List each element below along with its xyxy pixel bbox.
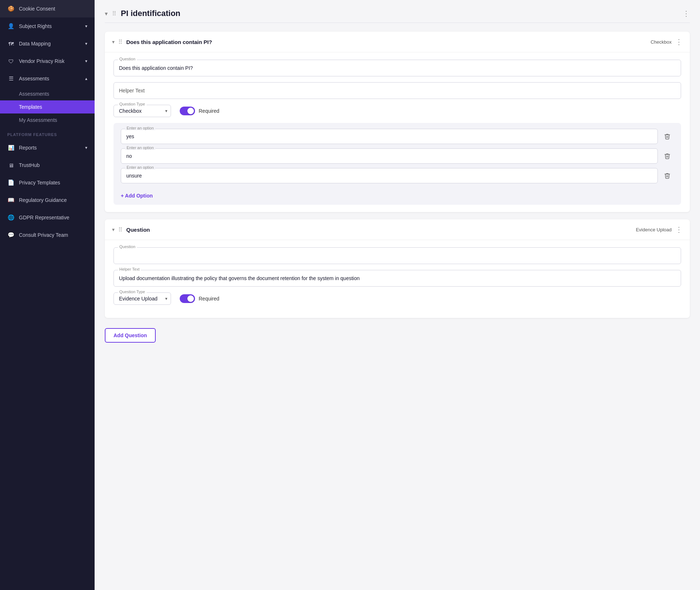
- q2-required-toggle[interactable]: [180, 294, 195, 303]
- sidebar-item-cookie-consent[interactable]: Cookie Consent: [0, 0, 95, 17]
- q2-type-select[interactable]: Evidence Upload Checkbox Text Multiple C…: [114, 292, 171, 305]
- sidebar-label-trusthub: TrustHub: [19, 162, 87, 168]
- page-header: PI identification: [105, 9, 690, 23]
- q1-type-row: Question Type Checkbox Text Multiple Cho…: [114, 105, 681, 117]
- page-more-options-button[interactable]: [683, 9, 690, 18]
- q1-type-badge: Checkbox: [651, 39, 672, 45]
- collapse-icon[interactable]: [105, 10, 108, 17]
- q2-more-options-button[interactable]: [675, 225, 683, 234]
- q2-question-label: Question: [118, 244, 137, 249]
- q2-helper-text-input[interactable]: [114, 270, 681, 287]
- sidebar-sub-label-templates: Templates: [19, 104, 42, 110]
- chevron-up-icon: [85, 76, 87, 81]
- chevron-down-icon-2: [85, 41, 87, 46]
- drag-handle-icon: [112, 10, 116, 17]
- option-row-1: Enter an option: [121, 129, 674, 144]
- q2-helper-text-label: Helper Text: [118, 267, 141, 271]
- sidebar-label-consult: Consult Privacy Team: [19, 232, 87, 238]
- cookie-icon: [7, 5, 15, 12]
- question-card-1-body: Question Question Type Checkbox Text Mul…: [105, 52, 690, 212]
- platform-features-label: PLATFORM FEATURES: [0, 127, 95, 139]
- bar-chart-icon: [7, 144, 15, 151]
- q1-type-select-wrapper: Question Type Checkbox Text Multiple Cho…: [114, 105, 171, 117]
- option-row-3: Enter an option: [121, 168, 674, 183]
- q1-type-select[interactable]: Checkbox Text Multiple Choice Evidence U…: [114, 105, 171, 117]
- sidebar-item-reports[interactable]: Reports: [0, 139, 95, 156]
- q2-helper-text-wrapper: Helper Text: [114, 270, 681, 287]
- sidebar-label-subject-rights: Subject Rights: [19, 23, 81, 29]
- q1-required-row: Required: [180, 107, 219, 115]
- q2-type-label: Question Type: [118, 290, 147, 294]
- option-2-delete-button[interactable]: [661, 150, 674, 163]
- q1-helper-text-input[interactable]: [114, 82, 681, 99]
- question-card-2-body: Question Helper Text Question Type Evide…: [105, 240, 690, 318]
- q2-required-row: Required: [180, 294, 219, 303]
- chat-icon: [7, 231, 15, 239]
- page-title: PI identification: [121, 9, 678, 18]
- q2-question-input[interactable]: [114, 247, 681, 264]
- chevron-down-icon-3: [85, 59, 87, 64]
- sidebar-item-data-mapping[interactable]: Data Mapping: [0, 35, 95, 52]
- option-3-label: Enter an option: [125, 165, 155, 170]
- add-question-button[interactable]: Add Question: [105, 328, 156, 343]
- q1-options-area: Enter an option Enter an option: [114, 123, 681, 205]
- main-content: PI identification Does this application …: [95, 0, 700, 590]
- sidebar-item-consult[interactable]: Consult Privacy Team: [0, 226, 95, 244]
- map-icon: [7, 40, 15, 47]
- globe-icon: [7, 214, 15, 221]
- q2-title: Question: [126, 227, 632, 233]
- sidebar-item-gdpr[interactable]: GDPR Representative: [0, 209, 95, 226]
- option-3-delete-button[interactable]: [661, 169, 674, 182]
- guide-icon: [7, 196, 15, 204]
- q1-more-options-button[interactable]: [675, 37, 683, 46]
- sidebar-label-gdpr: GDPR Representative: [19, 215, 87, 220]
- sidebar-item-privacy-templates[interactable]: Privacy Templates: [0, 174, 95, 191]
- q1-title: Does this application contain PI?: [126, 39, 647, 45]
- q1-collapse-icon[interactable]: [112, 39, 115, 45]
- q2-required-label: Required: [199, 296, 219, 302]
- sidebar-label-privacy-templates: Privacy Templates: [19, 180, 87, 186]
- sidebar-item-regulatory[interactable]: Regulatory Guidance: [0, 191, 95, 209]
- list-icon: [7, 75, 15, 82]
- q1-question-label: Question: [118, 57, 137, 61]
- sidebar-sub-my-assessments[interactable]: My Assessments: [0, 113, 95, 127]
- monitor-icon: [7, 162, 15, 169]
- add-option-button[interactable]: + Add Option: [121, 193, 153, 199]
- sidebar-sub-label-my-assessments: My Assessments: [19, 117, 57, 123]
- q2-collapse-icon[interactable]: [112, 227, 115, 232]
- sidebar-label-cookie-consent: Cookie Consent: [19, 6, 87, 12]
- sidebar-sub-templates[interactable]: Templates: [0, 100, 95, 113]
- q2-toggle-thumb: [187, 295, 194, 302]
- q1-question-input[interactable]: [114, 60, 681, 76]
- question-card-1-header: Does this application contain PI? Checkb…: [105, 32, 690, 52]
- sidebar-sub-label-assessments: Assessments: [19, 91, 49, 97]
- sidebar-label-assessments: Assessments: [19, 76, 81, 81]
- question-card-1: Does this application contain PI? Checkb…: [105, 32, 690, 212]
- q2-question-wrapper: Question: [114, 247, 681, 264]
- sidebar-sub-assessments[interactable]: Assessments: [0, 87, 95, 100]
- sidebar-item-subject-rights[interactable]: Subject Rights: [0, 17, 95, 35]
- q1-drag-handle-icon: [118, 39, 123, 45]
- option-2-input[interactable]: [121, 148, 658, 164]
- q1-type-label: Question Type: [118, 102, 147, 106]
- sidebar-label-vendor-privacy: Vendor Privacy Risk: [19, 58, 81, 64]
- sidebar: Cookie Consent Subject Rights Data Mappi…: [0, 0, 95, 590]
- person-icon: [7, 23, 15, 30]
- option-1-delete-button[interactable]: [661, 130, 674, 143]
- q2-type-select-wrapper: Question Type Evidence Upload Checkbox T…: [114, 292, 171, 305]
- chevron-down-icon: [85, 24, 87, 29]
- sidebar-item-vendor-privacy[interactable]: Vendor Privacy Risk: [0, 52, 95, 70]
- q1-required-toggle[interactable]: [180, 107, 195, 115]
- toggle-thumb: [187, 108, 194, 114]
- option-1-input[interactable]: [121, 129, 658, 144]
- sidebar-item-assessments[interactable]: Assessments: [0, 70, 95, 87]
- q1-question-wrapper: Question: [114, 60, 681, 76]
- sidebar-label-regulatory: Regulatory Guidance: [19, 197, 87, 203]
- q2-type-badge: Evidence Upload: [636, 227, 672, 232]
- option-3-input[interactable]: [121, 168, 658, 183]
- sidebar-item-trusthub[interactable]: TrustHub: [0, 156, 95, 174]
- q2-drag-handle-icon: [118, 226, 123, 233]
- question-card-2: Question Evidence Upload Question Helper…: [105, 219, 690, 318]
- sidebar-label-data-mapping: Data Mapping: [19, 41, 81, 47]
- option-2-label: Enter an option: [125, 145, 155, 150]
